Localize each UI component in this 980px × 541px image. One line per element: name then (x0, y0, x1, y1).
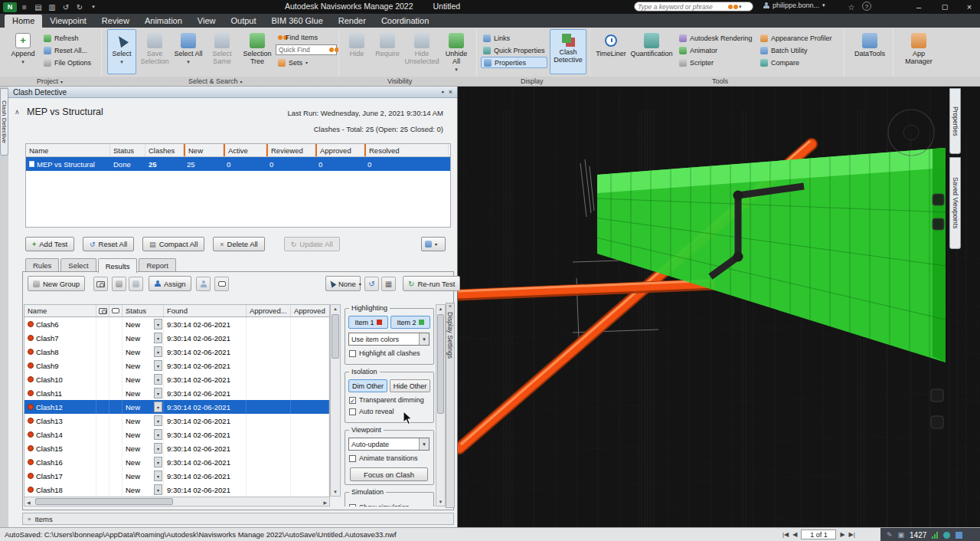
saved-viewpoints-side-tab[interactable]: Saved Viewpoints (949, 157, 961, 249)
status-dropdown[interactable]: ▾ (154, 388, 162, 398)
column-found[interactable]: Found (164, 305, 247, 316)
minimize-button[interactable]: – (908, 0, 929, 14)
highlight-item2-toggle[interactable]: Item 2 (390, 316, 430, 329)
file-options-button[interactable]: File Options (41, 57, 93, 68)
unhide-all-button[interactable]: Unhide All ▾ (441, 29, 472, 74)
refresh-button[interactable]: Refresh (41, 32, 93, 44)
clash-tab-results[interactable]: Results (98, 258, 138, 273)
appearance-profiler-button[interactable]: Appearance Profiler (758, 32, 835, 44)
sets-button[interactable]: Sets▾ (276, 57, 337, 68)
add-comment-button[interactable] (214, 277, 229, 291)
ribbon-tab-bim-360-glue[interactable]: BIM 360 Glue (264, 15, 331, 28)
help-icon[interactable]: ? (862, 2, 871, 11)
scripter-button[interactable]: Scripter (677, 57, 755, 68)
ribbon-tab-coordination[interactable]: Coordination (374, 15, 436, 28)
compare-button[interactable]: Compare (758, 57, 835, 68)
select-all-button[interactable]: Select All ▾ (173, 29, 204, 74)
transparent-dimming-checkbox[interactable]: ✓Transparent dimming (349, 396, 430, 404)
hide-other-toggle[interactable]: Hide Other (390, 379, 430, 392)
new-group-button[interactable]: New Group (28, 276, 85, 291)
nav-next-button[interactable]: ▶ (840, 531, 844, 538)
hide-unselected-button[interactable]: Hide Unselected (404, 29, 439, 74)
open-icon[interactable]: ▤ (32, 2, 44, 12)
search-dropdown-icon[interactable]: ▾ (739, 4, 742, 10)
item-colors-select[interactable]: Use item colors▾ (348, 333, 430, 346)
search-input[interactable] (638, 3, 728, 11)
filter-none-dropdown[interactable]: None▾ (325, 276, 361, 291)
autodesk-rendering-button[interactable]: Autodesk Rendering (677, 32, 755, 44)
find-items-button[interactable]: Find Items (276, 31, 337, 43)
app-manager-button[interactable]: App Manager (897, 29, 940, 74)
clash-tab-report[interactable]: Report (139, 258, 176, 272)
tests-column-status[interactable]: Status (110, 144, 145, 156)
animator-button[interactable]: Animator (677, 44, 755, 56)
column-name[interactable]: Name (24, 305, 96, 316)
clash-row-clash6[interactable]: Clash6New▾9:30:14 02-06-2021 (24, 317, 329, 331)
assign-button[interactable]: Assign (149, 276, 191, 291)
results-horizontal-scrollbar[interactable]: ◀ ▶ (24, 497, 330, 507)
clash-row-clash7[interactable]: Clash7New▾9:30:14 02-06-2021 (24, 331, 329, 345)
collapse-chevron-icon[interactable]: ∧ (15, 108, 20, 116)
column-status[interactable]: Status (122, 305, 164, 316)
focus-on-clash-button[interactable]: Focus on Clash (350, 467, 428, 481)
compact-all-button[interactable]: ▤Compact All (142, 237, 204, 251)
require-button[interactable]: Require (372, 29, 403, 74)
timeliner-button[interactable]: TimeLiner (594, 29, 628, 74)
favorites-star-icon[interactable]: ☆ (845, 2, 858, 12)
rerun-test-button[interactable]: ↻Re-run Test (403, 276, 460, 291)
signed-in-user[interactable]: philippe.bonn... ▾ (763, 2, 825, 9)
unassign-button[interactable] (196, 277, 211, 291)
clash-detective-button[interactable]: Clash Detective (550, 29, 586, 74)
status-dropdown[interactable]: ▾ (154, 457, 162, 467)
update-all-button[interactable]: ↻Update All (284, 237, 340, 251)
status-dropdown[interactable]: ▾ (154, 319, 162, 330)
append-button[interactable]: + Append ▾ (8, 29, 38, 74)
animate-transitions-checkbox[interactable]: Animate transitions (349, 454, 430, 462)
clash-row-clash11[interactable]: Clash11New▾9:30:14 02-06-2021 (24, 386, 329, 400)
select-same-button[interactable]: Select Same (205, 29, 239, 74)
tests-column-resolved[interactable]: Resolved (364, 144, 449, 156)
tests-column-reviewed[interactable]: Reviewed (266, 144, 315, 156)
status-dropdown[interactable]: ▾ (154, 333, 162, 343)
ribbon-tab-render[interactable]: Render (331, 15, 374, 28)
panel-close-icon[interactable]: × (449, 88, 452, 96)
items-bar[interactable]: » Items (22, 513, 454, 525)
properties-side-tab[interactable]: Properties (949, 88, 961, 154)
clash-row-clash8[interactable]: Clash8New▾9:30:14 02-06-2021 (24, 345, 329, 359)
quick-find-input[interactable]: Quick Find (276, 44, 337, 55)
ribbon-tab-viewpoint[interactable]: Viewpoint (42, 15, 94, 28)
ribbon-tab-review[interactable]: Review (94, 15, 137, 28)
reset-filter-button[interactable]: ↺ (364, 277, 379, 291)
redo-icon[interactable]: ↻ (74, 2, 86, 12)
3d-viewport[interactable] (458, 87, 980, 527)
clash-row-clash9[interactable]: Clash9New▾9:30:14 02-06-2021 (24, 359, 329, 372)
datatools-button[interactable]: DataTools (850, 29, 890, 74)
save-selection-button[interactable]: Save Selection (138, 29, 172, 74)
column-saved-viewpoint-icon[interactable] (96, 305, 109, 316)
save-icon[interactable]: ▥ (46, 2, 58, 12)
clash-row-clash12[interactable]: Clash12New▾9:30:14 02-06-2021 (24, 400, 329, 414)
clash-tab-select[interactable]: Select (60, 258, 96, 272)
results-vertical-scrollbar[interactable]: ▲ ▼ (330, 304, 341, 497)
quick-properties-button[interactable]: Quick Properties (481, 44, 547, 56)
highlight-item1-toggle[interactable]: Item 1 (348, 316, 388, 329)
ribbon-tab-view[interactable]: View (190, 15, 224, 28)
close-button[interactable]: × (959, 0, 980, 14)
status-dropdown[interactable]: ▾ (154, 374, 162, 385)
reset-all-button[interactable]: Reset All... (41, 44, 93, 56)
highlight-all-checkbox[interactable]: Highlight all clashes (349, 349, 430, 357)
clash-row-clash14[interactable]: Clash14New▾9:30:14 02-06-2021 (24, 428, 329, 441)
tests-column-name[interactable]: Name (26, 144, 110, 156)
clash-row-clash10[interactable]: Clash10New▾9:30:14 02-06-2021 (24, 372, 329, 386)
quantification-button[interactable]: Quantification (629, 29, 674, 74)
clash-tab-rules[interactable]: Rules (25, 258, 59, 272)
status-dropdown[interactable]: ▾ (154, 471, 162, 481)
test-options-dropdown-button[interactable]: ▾ (421, 237, 446, 251)
clash-detective-side-tab[interactable]: Clash Detective (0, 88, 8, 156)
select-button[interactable]: Select ▾ (107, 29, 136, 74)
status-dropdown[interactable]: ▾ (154, 429, 162, 440)
ribbon-tab-animation[interactable]: Animation (137, 15, 190, 28)
project-group-label[interactable]: Project▾ (37, 77, 63, 85)
selection-tree-button[interactable]: Selection Tree (240, 29, 274, 74)
tests-column-new[interactable]: New (184, 144, 224, 156)
